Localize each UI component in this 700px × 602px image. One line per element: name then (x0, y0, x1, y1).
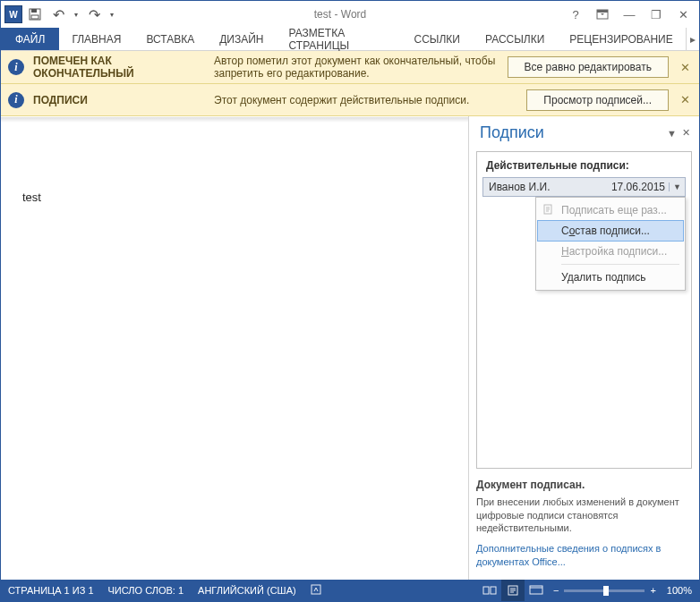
help-button[interactable]: ? (563, 4, 588, 24)
document-text: test (22, 191, 41, 204)
close-button[interactable]: ✕ (670, 4, 696, 24)
zoom-out-button[interactable]: − (553, 585, 559, 596)
menu-sign-again-label: Подписать еще раз... (561, 204, 667, 216)
undo-icon[interactable]: ↶ (47, 4, 69, 25)
document-area[interactable]: test (1, 116, 468, 580)
document-page: test (1, 139, 468, 580)
window-title: test - Word (117, 8, 563, 21)
svg-rect-7 (483, 587, 489, 594)
messagebar-signatures-text: Этот документ содержит действительные по… (214, 94, 526, 106)
messagebar-final-close-icon[interactable]: ✕ (678, 61, 692, 74)
messagebar-signatures-close-icon[interactable]: ✕ (678, 93, 692, 106)
ribbon-options-button[interactable] (590, 4, 615, 24)
svg-rect-8 (491, 587, 496, 594)
messagebar-final-title: ПОМЕЧЕН КАК ОКОНЧАТЕЛЬНЫЙ (33, 55, 214, 80)
zoom-thumb[interactable] (603, 586, 609, 596)
signed-text: При внесении любых изменений в документ … (476, 496, 692, 536)
messagebar-signatures: i ПОДПИСИ Этот документ содержит действи… (1, 84, 699, 116)
pane-options-icon[interactable]: ▼ (667, 128, 677, 139)
signature-row[interactable]: Иванов И.И. 17.06.2015 ▼ (482, 177, 686, 197)
messagebar-final-text: Автор пометил этот документ как окончате… (214, 55, 508, 80)
edit-anyway-button[interactable]: Все равно редактировать (508, 56, 669, 78)
pane-header: Подписи ▼ ✕ (469, 116, 699, 148)
window-controls: ? — ❐ ✕ (563, 4, 696, 24)
tab-design[interactable]: ДИЗАЙН (207, 28, 276, 50)
sign-icon (543, 204, 561, 216)
menu-signature-setup-label: Настройка подписи... (561, 245, 667, 258)
qat-dd-icon[interactable]: ▾ (71, 4, 81, 25)
zoom-in-button[interactable]: + (650, 585, 655, 596)
view-print-layout-icon[interactable] (501, 580, 525, 601)
signature-context-menu: Подписать еще раз... Состав подписи... Н… (535, 197, 686, 291)
svg-rect-2 (31, 15, 38, 19)
view-web-icon[interactable] (525, 580, 548, 601)
menu-sign-again: Подписать еще раз... (538, 199, 683, 221)
signature-date: 17.06.2015 (611, 181, 669, 193)
title-bar: W ↶ ▾ ↷ ▾ test - Word ? — ❐ ✕ (1, 1, 699, 28)
macro-icon[interactable] (311, 584, 323, 597)
pane-title: Подписи (480, 123, 662, 142)
pane-footer: Документ подписан. При внесении любых из… (469, 469, 699, 580)
restore-button[interactable]: ❐ (644, 4, 669, 24)
tab-references[interactable]: ССЫЛКИ (402, 28, 473, 50)
redo-icon[interactable]: ↷ (83, 4, 105, 25)
tab-file[interactable]: ФАЙЛ (1, 28, 59, 50)
info-icon: i (8, 92, 24, 108)
zoom-slider[interactable] (564, 589, 645, 592)
pane-body: Действительные подписи: Иванов И.И. 17.0… (476, 151, 692, 469)
signed-title: Документ подписан. (476, 478, 692, 492)
status-word-count[interactable]: ЧИСЛО СЛОВ: 1 (108, 585, 184, 596)
svg-rect-1 (31, 9, 37, 13)
signatures-pane: Подписи ▼ ✕ Действительные подписи: Иван… (468, 116, 699, 580)
view-read-icon[interactable] (478, 580, 501, 601)
app-icon[interactable]: W (4, 5, 22, 23)
qat-dd2-icon[interactable]: ▾ (107, 4, 117, 25)
tab-review[interactable]: РЕЦЕНЗИРОВАНИЕ (557, 28, 685, 50)
signature-name: Иванов И.И. (483, 181, 611, 193)
menu-signature-details-label: Состав подписи... (561, 225, 650, 237)
tab-home[interactable]: ГЛАВНАЯ (59, 28, 133, 50)
signatures-help-link[interactable]: Дополнительные сведения о подписях в док… (476, 542, 692, 569)
menu-signature-details[interactable]: Состав подписи... (537, 220, 684, 242)
tab-mailings[interactable]: РАССЫЛКИ (473, 28, 557, 50)
tab-insert[interactable]: ВСТАВКА (133, 28, 207, 50)
status-language[interactable]: АНГЛИЙСКИЙ (США) (198, 585, 296, 596)
zoom-percent[interactable]: 100% (667, 585, 692, 596)
ribbon-scroll-right-icon[interactable]: ▸ (686, 28, 699, 50)
menu-remove-signature-label: Удалить подпись (561, 271, 646, 284)
status-page[interactable]: СТРАНИЦА 1 ИЗ 1 (8, 585, 94, 596)
tab-layout[interactable]: РАЗМЕТКА СТРАНИЦЫ (277, 28, 402, 50)
menu-signature-setup: Настройка подписи... (538, 241, 683, 262)
svg-rect-13 (530, 586, 542, 594)
main-area: test Подписи ▼ ✕ Действительные подписи:… (1, 116, 699, 580)
view-signatures-button[interactable]: Просмотр подписей... (526, 89, 669, 111)
messagebar-signatures-title: ПОДПИСИ (33, 94, 214, 106)
status-bar: СТРАНИЦА 1 ИЗ 1 ЧИСЛО СЛОВ: 1 АНГЛИЙСКИЙ… (1, 580, 699, 601)
save-icon[interactable] (24, 4, 46, 25)
shadow-separator (1, 117, 468, 123)
valid-signatures-label: Действительные подписи: (477, 152, 691, 177)
quick-access-toolbar: W ↶ ▾ ↷ ▾ (4, 4, 117, 25)
menu-separator (561, 264, 679, 265)
signature-dropdown-icon[interactable]: ▼ (669, 182, 685, 191)
minimize-button[interactable]: — (617, 4, 642, 24)
messagebar-final: i ПОМЕЧЕН КАК ОКОНЧАТЕЛЬНЫЙ Автор помети… (1, 51, 699, 84)
zoom-control: − + 100% (553, 585, 692, 596)
pane-close-icon[interactable]: ✕ (682, 127, 690, 139)
menu-remove-signature[interactable]: Удалить подпись (538, 267, 683, 288)
ribbon-tabs: ФАЙЛ ГЛАВНАЯ ВСТАВКА ДИЗАЙН РАЗМЕТКА СТР… (1, 28, 699, 51)
svg-rect-6 (312, 585, 320, 594)
svg-rect-4 (597, 10, 608, 13)
info-icon: i (8, 59, 24, 75)
